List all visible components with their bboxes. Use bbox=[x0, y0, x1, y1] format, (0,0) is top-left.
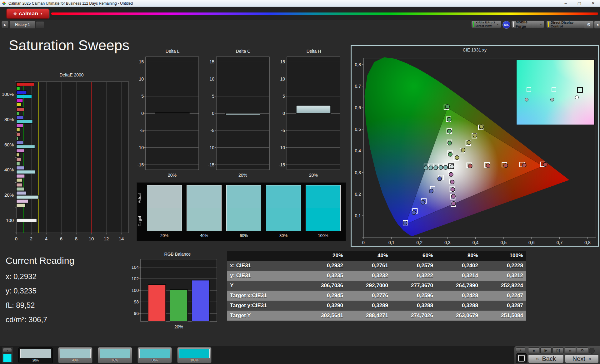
maximize-button[interactable]: ▢ bbox=[572, 0, 586, 7]
table-col-header: 100% bbox=[481, 251, 526, 261]
deltae-2000-chart: 100%80%60%40%20%10002468101214 bbox=[1, 77, 131, 243]
table-cell: 0,3212 bbox=[481, 271, 526, 281]
table-cell: 251,5084 bbox=[481, 311, 526, 321]
page-title: Saturation Sweeps bbox=[9, 37, 129, 54]
svg-text:0,4: 0,4 bbox=[355, 148, 361, 153]
loop-button[interactable]: ⟳ bbox=[577, 347, 588, 353]
svg-text:0,1: 0,1 bbox=[388, 240, 395, 245]
svg-text:5: 5 bbox=[212, 94, 214, 99]
patch-label: 100% bbox=[178, 359, 211, 362]
chevron-down-icon: ▼ bbox=[540, 23, 542, 26]
table-row: x: CIE310,29320,27610,25790,24020,2228 bbox=[227, 261, 526, 271]
table-row-label: y: CIE31 bbox=[227, 271, 301, 281]
svg-text:20%: 20% bbox=[4, 192, 14, 198]
transport-options-button[interactable]: ▲ bbox=[516, 347, 525, 352]
table-cell: 0,2428 bbox=[436, 291, 481, 301]
deltae-bar bbox=[17, 91, 27, 94]
deltae-bar bbox=[17, 124, 23, 127]
inset-target-square bbox=[527, 87, 531, 92]
svg-text:6: 6 bbox=[60, 236, 62, 241]
calman-app: Calman 2025 Calman Ultimate for Business… bbox=[0, 0, 600, 364]
measured-dot bbox=[451, 194, 455, 198]
minimize-button[interactable]: – bbox=[559, 0, 572, 7]
display-control-label: Direct Display Control bbox=[551, 21, 586, 28]
svg-text:0,8: 0,8 bbox=[355, 62, 361, 67]
patch-chip bbox=[20, 349, 51, 358]
source-button[interactable]: Mobile Forge ▼ bbox=[511, 21, 544, 28]
measured-dot bbox=[461, 148, 465, 152]
swatch-20% bbox=[147, 185, 182, 231]
table-cell: 252,8224 bbox=[481, 281, 526, 291]
brand-row: ❖ calman ▼ bbox=[0, 7, 600, 20]
svg-text:100: 100 bbox=[132, 288, 139, 293]
svg-text:12: 12 bbox=[104, 236, 109, 241]
svg-text:5: 5 bbox=[282, 94, 285, 99]
table-col-header: 40% bbox=[346, 251, 391, 261]
table-row: Target y:CIE310,32900,32890,32880,32880,… bbox=[227, 301, 526, 311]
rgb-bar bbox=[192, 280, 209, 321]
measured-dot bbox=[451, 188, 455, 192]
current-reading-y: y: 0,3235 bbox=[6, 287, 37, 295]
settings-gear-button[interactable]: ⚙ bbox=[584, 21, 594, 29]
close-button[interactable]: ✕ bbox=[586, 0, 600, 7]
current-patch-color bbox=[3, 354, 12, 362]
table-corner bbox=[227, 251, 301, 261]
calman-menu-button[interactable]: ❖ calman ▼ bbox=[6, 9, 49, 19]
table-cell: 263,0679 bbox=[436, 311, 481, 321]
back-button[interactable]: « Back bbox=[528, 354, 564, 363]
deltae-bar bbox=[17, 128, 20, 131]
delta-bar bbox=[296, 106, 331, 113]
table-row-label: Target y:CIE31 bbox=[227, 301, 301, 311]
measured-dot bbox=[455, 155, 459, 160]
table-cell: 0,3290 bbox=[301, 301, 346, 311]
continuous-button[interactable]: ∞ bbox=[565, 347, 576, 353]
rainbow-gradient-bar bbox=[51, 12, 598, 15]
patch-button-100%[interactable]: 100% bbox=[177, 347, 212, 363]
add-tab-button[interactable]: + bbox=[36, 21, 44, 28]
table-row-label: Y bbox=[227, 281, 301, 291]
play-button[interactable]: ▶ bbox=[540, 347, 552, 353]
deltae-bar bbox=[17, 199, 28, 203]
display-control-status-strip bbox=[548, 22, 549, 27]
svg-text:-5: -5 bbox=[140, 128, 144, 133]
svg-text:60%: 60% bbox=[4, 142, 14, 147]
patch-options-button[interactable]: ▲ bbox=[3, 348, 12, 352]
patch-button-60%[interactable]: 60% bbox=[98, 347, 132, 363]
tab-history-1[interactable]: History 1 bbox=[9, 21, 36, 29]
deltae-bar bbox=[17, 116, 24, 119]
single-read-button[interactable]: [·] bbox=[552, 347, 564, 353]
svg-text:20%: 20% bbox=[174, 324, 183, 329]
svg-text:0,7: 0,7 bbox=[355, 84, 361, 89]
stop-measuring-button[interactable] bbox=[516, 353, 527, 363]
patch-button-80%[interactable]: 80% bbox=[138, 347, 172, 363]
measured-dot bbox=[448, 152, 452, 156]
patch-button-20%[interactable]: 20% bbox=[18, 347, 53, 363]
measured-dot bbox=[439, 165, 443, 170]
delta-l-chart: -15-10-505101520% bbox=[136, 54, 201, 179]
table-cell: 0,2247 bbox=[481, 291, 526, 301]
patch-chip bbox=[100, 349, 130, 358]
measured-dot bbox=[447, 117, 451, 121]
table-cell: 0,3287 bbox=[481, 301, 526, 311]
table-cell: 0,2402 bbox=[436, 261, 481, 271]
table-cell: 264,7890 bbox=[436, 281, 481, 291]
measured-dot bbox=[434, 166, 438, 170]
deltae-bar bbox=[17, 166, 24, 170]
patch-button-40%[interactable]: 40% bbox=[58, 347, 92, 363]
svg-text:-15: -15 bbox=[138, 162, 144, 167]
measured-dot bbox=[479, 125, 483, 129]
table-row: Y306,7036292,7000277,3670264,7890252,822… bbox=[227, 281, 526, 291]
table-cell: 306,7036 bbox=[301, 281, 346, 291]
expand-tabs-button[interactable]: ▶ bbox=[1, 21, 9, 28]
next-button[interactable]: Next » bbox=[565, 354, 599, 363]
deltae-bar bbox=[17, 219, 37, 222]
table-row: y: CIE310,32350,32320,32220,32140,3212 bbox=[227, 271, 526, 281]
measured-dot bbox=[448, 141, 452, 145]
svg-text:2: 2 bbox=[30, 236, 32, 241]
svg-text:15: 15 bbox=[209, 59, 214, 64]
meter-button[interactable]: X-Rite i1Pro 3 Direct View ▼ bbox=[471, 21, 501, 28]
collapse-panel-button[interactable]: ◀ bbox=[594, 21, 600, 29]
deltae-bar bbox=[17, 149, 24, 153]
patch-label: 60% bbox=[98, 359, 132, 362]
stop-button[interactable]: ■ bbox=[528, 347, 539, 353]
